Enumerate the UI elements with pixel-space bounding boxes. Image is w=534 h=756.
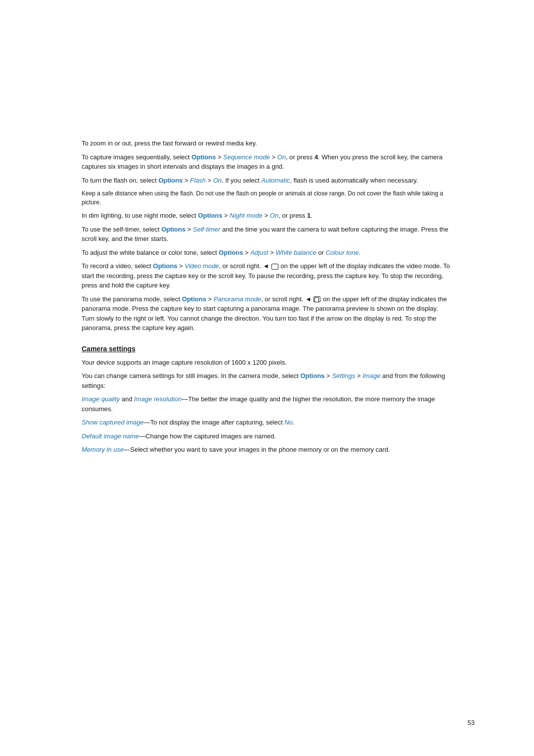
image-quality-paragraph: Image quality and Image resolution—The b… [82, 394, 452, 414]
on-link-flash[interactable]: On [213, 177, 222, 184]
memory-in-use-paragraph: Memory in use—Select whether you want to… [82, 445, 452, 455]
options-link-settings[interactable]: Options [300, 372, 324, 379]
night-mode-link[interactable]: Night mode [230, 212, 263, 219]
night-mode-paragraph: In dim lighting, to use night mode, sele… [82, 211, 452, 221]
on-link-night[interactable]: On [270, 212, 278, 219]
default-image-name-link[interactable]: Default image name [82, 432, 139, 440]
show-captured-paragraph: Show captured image—To not display the i… [82, 418, 452, 427]
options-link-adjust[interactable]: Options [219, 249, 243, 256]
sequence-paragraph: To capture images sequentially, select O… [82, 152, 452, 172]
video-mode-link[interactable]: Video mode [184, 262, 219, 270]
options-link-video[interactable]: Options [153, 262, 178, 270]
content-block: To zoom in or out, press the fast forwar… [82, 139, 452, 455]
video-mode-icon [271, 264, 278, 270]
on-link-sequence[interactable]: On [277, 153, 286, 161]
memory-in-use-link[interactable]: Memory in use [82, 446, 124, 453]
video-paragraph: To record a video, select Options > Vide… [82, 261, 452, 290]
options-link-night[interactable]: Options [198, 212, 222, 219]
colour-tone-link[interactable]: Colour tone [326, 249, 359, 256]
default-image-name-paragraph: Default image name—Change how the captur… [82, 431, 452, 441]
flash-caution-paragraph: Keep a safe distance when using the flas… [82, 189, 452, 207]
options-link-self-timer[interactable]: Options [161, 226, 185, 233]
image-quality-link[interactable]: Image quality [82, 395, 120, 403]
no-link[interactable]: No [284, 419, 293, 426]
camera-settings-heading: Camera settings [82, 345, 452, 353]
settings-link[interactable]: Settings [332, 372, 355, 379]
flash-paragraph: To turn the flash on, select Options > F… [82, 176, 452, 186]
white-balance-paragraph: To adjust the white balance or color ton… [82, 248, 452, 258]
options-link-flash[interactable]: Options [158, 177, 182, 184]
adjust-link[interactable]: Adjust [250, 249, 268, 256]
self-timer-link[interactable]: Self-timer [193, 226, 221, 233]
image-resolution-link[interactable]: Image resolution [134, 395, 181, 403]
white-balance-link[interactable]: White balance [275, 249, 316, 256]
settings-intro-paragraph: You can change camera settings for still… [82, 371, 452, 390]
options-link-panorama[interactable]: Options [182, 295, 206, 303]
page-container: To zoom in or out, press the fast forwar… [0, 0, 534, 756]
resolution-paragraph: Your device supports an image capture re… [82, 358, 452, 368]
flash-link[interactable]: Flash [190, 177, 206, 184]
panorama-mode-link[interactable]: Panorama mode [214, 295, 261, 303]
options-link-sequence[interactable]: Options [191, 153, 216, 161]
panorama-paragraph: To use the panorama mode, select Options… [82, 294, 452, 333]
zoom-paragraph: To zoom in or out, press the fast forwar… [82, 139, 452, 148]
panorama-mode-icon [313, 296, 320, 302]
image-settings-link[interactable]: Image [362, 372, 380, 379]
page-number: 53 [468, 719, 475, 726]
sequence-mode-link[interactable]: Sequence mode [223, 153, 270, 161]
self-timer-paragraph: To use the self-timer, select Options > … [82, 225, 452, 244]
automatic-link[interactable]: Automatic [261, 177, 290, 184]
show-captured-link[interactable]: Show captured image [82, 419, 144, 426]
